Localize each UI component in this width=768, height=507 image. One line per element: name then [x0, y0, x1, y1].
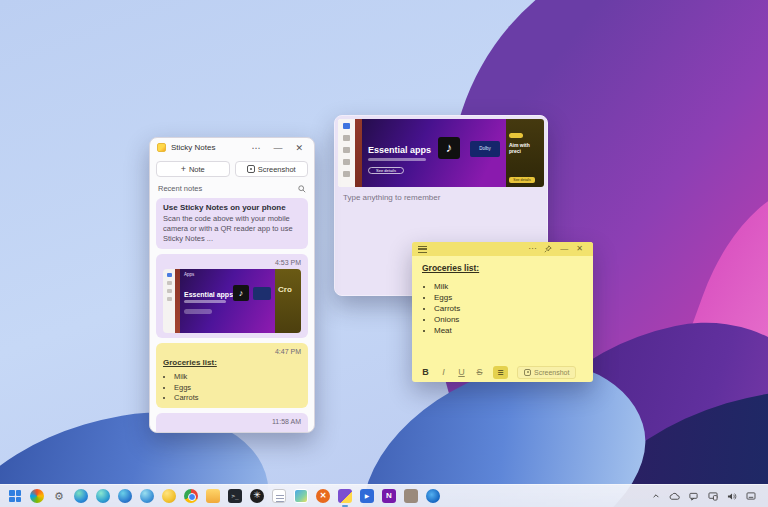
new-note-button[interactable]: + Note	[156, 161, 230, 177]
edge-dev-icon[interactable]	[117, 488, 133, 504]
teams-chat-icon[interactable]	[688, 491, 699, 502]
note-timestamp: 4:47 PM	[163, 348, 301, 355]
bullet-list-button[interactable]: ☰	[493, 366, 508, 379]
note-titlebar[interactable]: ⋯ — ✕	[412, 242, 593, 256]
sticky-notes-list-window: Sticky Notes ⋯ — ✕ + Note Screenshot Rec…	[149, 137, 315, 433]
movies-tv-icon[interactable]: ▶	[359, 488, 375, 504]
store-banner: Essential apps See details ♪ Dolby	[362, 119, 506, 187]
more-options-button[interactable]: ⋯	[524, 242, 540, 256]
new-note-label: Note	[189, 165, 205, 174]
taskbar-app-icons: ⚙ >_ ✳ ✕ ▶ N	[0, 488, 441, 504]
start-button[interactable]	[7, 488, 23, 504]
store-search-icon	[167, 297, 172, 301]
store-home-icon	[167, 273, 172, 277]
onenote-icon[interactable]: N	[381, 488, 397, 504]
screenshot-button[interactable]: Screenshot	[517, 366, 576, 379]
minimize-button[interactable]: —	[556, 242, 572, 256]
minimize-button[interactable]: —	[269, 141, 286, 155]
chatgpt-icon[interactable]: ✳	[249, 488, 265, 504]
list-item: Onions	[434, 315, 583, 325]
copilot-icon[interactable]	[29, 488, 45, 504]
note-card-groceries[interactable]: 4:47 PM Groceries list: Milk Eggs Carrot…	[156, 343, 308, 407]
game-title: Aim with preci	[509, 142, 541, 154]
more-options-button[interactable]: ⋯	[247, 141, 264, 155]
list-item: Milk	[174, 372, 301, 382]
store-banner: Apps Essential apps ♪	[180, 269, 275, 333]
note-card-stub[interactable]: 11:58 AM	[156, 413, 308, 433]
yellow-sticky-note-window: ⋯ — ✕ Groceries list: Milk Eggs Carrots …	[412, 242, 593, 382]
file-explorer-icon[interactable]	[205, 488, 221, 504]
banner-subtitle-bar	[184, 300, 226, 303]
notes-list-menu-icon[interactable]	[418, 246, 427, 253]
photos-icon[interactable]	[293, 488, 309, 504]
store-entertainment-icon	[167, 289, 172, 293]
list-item: Eggs	[174, 383, 301, 393]
list-item: Milk	[434, 282, 583, 292]
store-sidebar	[163, 269, 175, 333]
italic-button[interactable]: I	[439, 367, 448, 377]
notes-list: Use Sticky Notes on your phone Scan the …	[150, 196, 314, 433]
screenshot-label: Screenshot	[534, 369, 569, 376]
touch-keyboard-icon[interactable]	[745, 491, 756, 502]
note-placeholder[interactable]: Type anything to remember	[343, 193, 539, 202]
onedrive-cloud-icon[interactable]	[669, 491, 680, 502]
note-content[interactable]: Groceries list: Milk Eggs Carrots Onions…	[412, 256, 593, 362]
volume-icon[interactable]	[726, 491, 737, 502]
chrome-icon[interactable]	[183, 488, 199, 504]
tiktok-logo: ♪	[438, 137, 460, 159]
edge-beta-icon[interactable]	[95, 488, 111, 504]
screenshot-button[interactable]: Screenshot	[235, 161, 309, 177]
edge-canary-icon[interactable]	[139, 488, 155, 504]
settings-icon[interactable]: ⚙	[51, 488, 67, 504]
store-gaming-icon	[343, 135, 350, 141]
bold-button[interactable]: B	[421, 367, 430, 377]
note-timestamp: 4:53 PM	[163, 259, 301, 266]
hidden-icons-chevron-icon[interactable]	[650, 491, 661, 502]
edge-icon[interactable]	[73, 488, 89, 504]
bullet-list-icon: ☰	[497, 369, 503, 376]
store-gaming-icon	[167, 281, 172, 285]
close-button[interactable]: ✕	[291, 141, 307, 155]
cast-screen-icon[interactable]	[707, 491, 718, 502]
taskbar: ⚙ >_ ✳ ✕ ▶ N	[0, 484, 768, 507]
pin-icon[interactable]	[540, 245, 556, 253]
titlebar[interactable]: Sticky Notes ⋯ — ✕	[150, 138, 314, 157]
grocery-list: Milk Eggs Carrots Onions Meat	[422, 282, 583, 336]
carousel-next-banner: Aim with preci See details	[506, 119, 544, 187]
recent-notes-label: Recent notes	[158, 184, 298, 193]
price-pill	[509, 133, 523, 138]
screenshot-icon	[524, 369, 531, 376]
see-details-button: See details	[509, 177, 535, 183]
store-entertainment-icon	[343, 147, 350, 153]
note-card-phone[interactable]: Use Sticky Notes on your phone Scan the …	[156, 198, 308, 249]
store-settings-icon	[343, 171, 350, 177]
embedded-screenshot: Essential apps See details ♪ Dolby Aim w…	[338, 119, 544, 187]
card-title: Use Sticky Notes on your phone	[163, 203, 301, 212]
plus-icon: +	[181, 164, 186, 174]
sticky-notes-taskbar-icon[interactable]	[337, 488, 353, 504]
chrome-canary-icon[interactable]	[161, 488, 177, 504]
notepad-icon[interactable]	[271, 488, 287, 504]
security-shield-icon[interactable]: ✕	[315, 488, 331, 504]
terminal-icon[interactable]: >_	[227, 488, 243, 504]
list-item: Carrots	[174, 393, 301, 403]
close-button[interactable]: ✕	[572, 242, 587, 256]
store-search-icon	[343, 159, 350, 165]
card-heading: Groceries list:	[163, 358, 301, 367]
search-icon[interactable]	[298, 185, 306, 193]
storage-box-icon[interactable]	[403, 488, 419, 504]
see-details-pill	[184, 309, 212, 314]
desktop: Essential apps See details ♪ Dolby Aim w…	[0, 0, 768, 507]
note-card-screenshot[interactable]: 4:53 PM Apps Essential apps ♪	[156, 254, 308, 338]
outlook-icon[interactable]	[425, 488, 441, 504]
carousel-next-banner: Cro	[275, 269, 301, 333]
underline-button[interactable]: U	[457, 367, 466, 377]
window-title: Sticky Notes	[171, 143, 242, 152]
strikethrough-button[interactable]: S	[475, 367, 484, 377]
list-item: Meat	[434, 326, 583, 336]
store-nav-label: Apps	[184, 272, 271, 277]
note-timestamp: 11:58 AM	[163, 418, 301, 425]
store-sidebar	[338, 119, 355, 187]
see-details-button: See details	[368, 167, 404, 174]
store-home-icon	[343, 123, 350, 129]
